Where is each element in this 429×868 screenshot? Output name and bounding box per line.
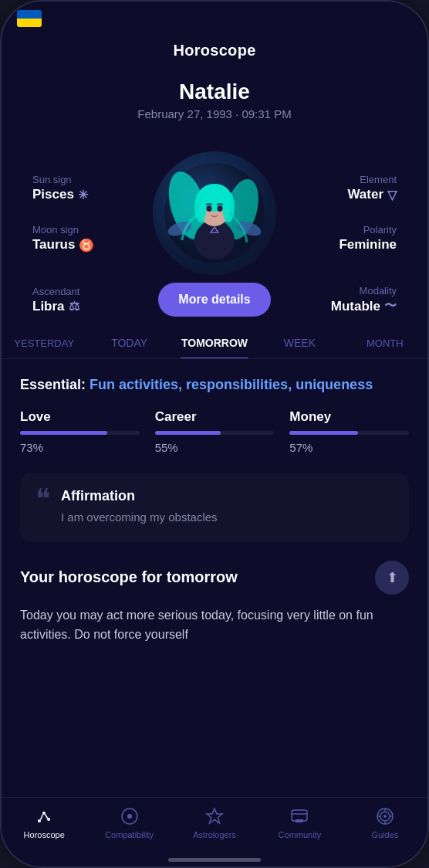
polarity-value: Feminine (339, 237, 397, 253)
tab-tomorrow[interactable]: TOMORROW (172, 329, 257, 358)
pisces-symbol: ✳ (78, 188, 88, 202)
polarity-item: Polarity Feminine (339, 224, 397, 253)
money-pct: 57% (289, 441, 409, 454)
astro-right: Element Water ▽ Polarity Feminine (276, 174, 412, 253)
svg-point-10 (194, 192, 207, 222)
love-label: Love (20, 409, 140, 425)
svg-line-18 (41, 815, 43, 820)
money-bar-bg (289, 431, 409, 435)
ascendant-label: Ascendant (32, 286, 158, 297)
astro-left: Sun sign Pisces ✳ Moon sign Taurus ♉ (17, 174, 153, 253)
love-metric: Love 73% (20, 409, 140, 454)
modality-item: Modality Mutable 〜 (271, 285, 412, 314)
compatibility-nav-label: Compatibility (105, 830, 154, 839)
svg-point-13 (218, 205, 223, 212)
nav-item-community[interactable]: Community (257, 805, 342, 839)
tabs-row: YESTERDAY TODAY TOMORROW WEEK MONTH (2, 317, 427, 359)
svg-rect-25 (296, 819, 303, 822)
share-icon: ⬆ (387, 569, 398, 586)
status-bar (2, 2, 427, 36)
svg-line-19 (46, 815, 48, 819)
career-metric: Career 55% (155, 409, 275, 454)
libra-symbol: ⚖ (69, 299, 79, 314)
moon-sign-label: Moon sign (32, 224, 94, 236)
career-pct: 55% (155, 441, 275, 454)
career-label: Career (155, 409, 275, 425)
tab-month[interactable]: MONTH (343, 330, 427, 358)
astro-info-row: Sun sign Pisces ✳ Moon sign Taurus ♉ (2, 136, 427, 275)
money-bar-fill (289, 431, 357, 435)
ascendant-item: Ascendant Libra ⚖ (17, 286, 158, 314)
guides-nav-icon (374, 805, 396, 827)
water-symbol: ▽ (387, 188, 397, 202)
profile-section: Natalie February 27, 1993 · 09:31 PM (2, 72, 427, 136)
home-indicator (168, 858, 261, 862)
essential-label: Essential: (20, 377, 86, 392)
profile-name: Natalie (17, 80, 412, 104)
metrics-row: Love 73% Career 55% Money 57% (20, 409, 409, 454)
affirmation-text: I am overcoming my obstacles (61, 509, 218, 527)
career-bar-fill (155, 431, 221, 435)
avatar-figure (160, 159, 269, 267)
astrologers-nav-icon (204, 805, 225, 827)
love-pct: 73% (20, 441, 140, 454)
essential-text: Essential: Fun activities, responsibilit… (20, 375, 409, 395)
svg-point-21 (127, 814, 132, 819)
moon-sign-item: Moon sign Taurus ♉ (32, 224, 94, 253)
quote-icon: ❝ (35, 485, 50, 513)
horoscope-header: Your horoscope for tomorrow ⬆ (20, 561, 409, 595)
element-label: Element (360, 174, 397, 185)
guides-nav-label: Guides (371, 830, 398, 839)
horoscope-nav-label: Horoscope (24, 830, 65, 839)
nav-item-horoscope[interactable]: Horoscope (2, 805, 86, 839)
sun-sign-value: Pisces ✳ (32, 187, 88, 202)
money-metric: Money 57% (289, 409, 409, 454)
more-details-row: Ascendant Libra ⚖ More details Modality … (2, 283, 427, 317)
tab-yesterday[interactable]: YESTERDAY (2, 330, 86, 358)
profile-date: February 27, 1993 · 09:31 PM (17, 107, 412, 120)
horoscope-text: Today you may act more serious today, fo… (20, 605, 409, 645)
modality-label: Modality (271, 285, 397, 297)
svg-marker-22 (207, 809, 222, 823)
header: Horoscope (2, 36, 427, 72)
community-nav-label: Community (279, 830, 322, 839)
affirmation-content: Affirmation I am overcoming my obstacles (61, 488, 218, 527)
community-nav-icon (289, 805, 310, 827)
astrologers-nav-label: Astrologers (193, 830, 236, 839)
horoscope-title: Your horoscope for tomorrow (20, 568, 238, 586)
career-bar-bg (155, 431, 275, 435)
mutable-symbol: 〜 (384, 298, 397, 314)
sun-sign-item: Sun sign Pisces ✳ (32, 174, 88, 202)
essential-value: Fun activities, responsibilities, unique… (90, 377, 373, 392)
avatar-circle (153, 151, 276, 275)
love-bar-bg (20, 431, 140, 435)
svg-point-16 (42, 812, 46, 815)
svg-rect-23 (292, 810, 307, 821)
moon-sign-value: Taurus ♉ (32, 237, 94, 253)
svg-point-17 (47, 818, 50, 821)
nav-item-guides[interactable]: Guides (343, 805, 427, 839)
svg-point-15 (38, 819, 41, 822)
horoscope-section: Your horoscope for tomorrow ⬆ Today you … (2, 561, 427, 657)
more-details-button[interactable]: More details (158, 283, 270, 317)
money-label: Money (289, 409, 409, 425)
affirmation-title: Affirmation (61, 488, 218, 504)
element-item: Element Water ▽ (347, 174, 397, 202)
page-title: Horoscope (173, 42, 255, 59)
modality-value: Mutable 〜 (271, 298, 397, 314)
sun-sign-label: Sun sign (32, 174, 88, 185)
ukraine-flag (17, 10, 42, 27)
tab-today[interactable]: TODAY (86, 329, 171, 358)
element-value: Water ▽ (347, 187, 397, 202)
share-button[interactable]: ⬆ (375, 561, 409, 595)
content-area: Essential: Fun activities, responsibilit… (2, 359, 427, 542)
taurus-symbol: ♉ (79, 238, 94, 253)
affirmation-card: ❝ Affirmation I am overcoming my obstacl… (20, 473, 409, 542)
svg-point-28 (383, 815, 387, 818)
svg-point-11 (222, 192, 235, 222)
nav-item-compatibility[interactable]: Compatibility (86, 805, 171, 839)
avatar-container (153, 151, 276, 275)
nav-item-astrologers[interactable]: Astrologers (172, 805, 257, 839)
tab-week[interactable]: WEEK (257, 329, 342, 358)
bottom-nav: Horoscope Compatibility Astrologers (2, 797, 427, 866)
